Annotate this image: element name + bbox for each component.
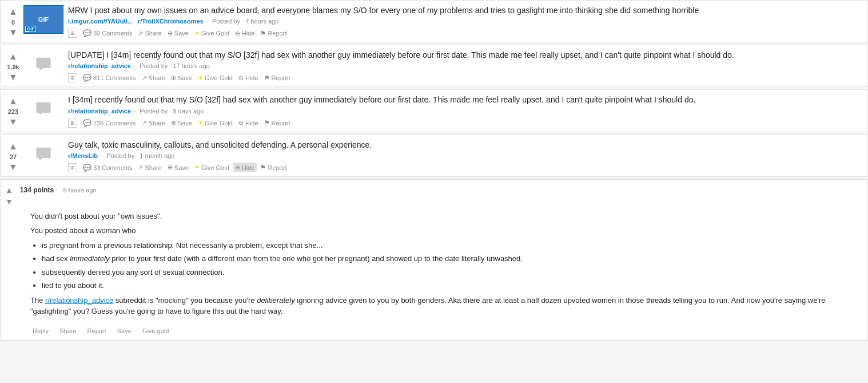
save-button[interactable]: ⊕ Save [165, 29, 191, 38]
comment-downvote-button[interactable]: ▼ [5, 197, 13, 206]
comment-bullet-1: is pregnant from a previous relationship… [42, 240, 861, 251]
posted-by-label: Posted by [140, 108, 168, 114]
post-title[interactable]: MRW I post about my own issues on an adv… [68, 5, 863, 15]
post-actions: ⊞ 💬 30 Comments ↗ Share ⊕ Save ✦ Give Go… [68, 28, 863, 38]
vote-column: 27 [3, 140, 23, 173]
give-gold-button[interactable]: ✦ Give Gold [192, 163, 232, 172]
image-link[interactable]: i.imgur.com/fYAUu0... [68, 18, 133, 25]
expand-button[interactable]: ⊞ [68, 73, 77, 82]
post-actions: ⊞ 💬 236 Comments ↗ Share ⊕ Save ✦ Give G… [68, 118, 863, 128]
comment-section: ▲ ▼ 134 points · 6 hours ago You didn't … [0, 179, 868, 341]
downvote-button[interactable] [7, 27, 19, 38]
post-meta: r/MensLib · Posted by 1 month ago [68, 152, 863, 159]
posted-by-label: Posted by [106, 152, 134, 159]
post-title[interactable]: I [34m] recently found out that my S/O [… [68, 94, 863, 105]
save-label: Save [174, 164, 189, 171]
expand-button[interactable]: ⊞ [68, 163, 77, 172]
action-separator-3: · [111, 327, 113, 334]
give-gold-button[interactable]: ✦ Give Gold [196, 73, 235, 83]
thumbnail-column [23, 94, 63, 128]
save-icon: ⊕ [171, 74, 176, 82]
subreddit-link[interactable]: r/TrollXChromosomes [138, 18, 204, 25]
save-button[interactable]: ⊕ Save [169, 118, 194, 128]
vote-column: 1.9k [3, 50, 23, 83]
hide-button[interactable]: ⊖ Hide [236, 73, 261, 83]
hide-button[interactable]: ⊖ Hide [233, 163, 257, 172]
expand-button[interactable]: ⊞ [68, 119, 77, 128]
comment-reply-button[interactable]: Reply [30, 326, 51, 335]
comment-points: 134 points [20, 186, 54, 194]
closing-before-link: The [30, 296, 45, 305]
upvote-button[interactable] [7, 6, 19, 18]
report-icon: ⚑ [264, 74, 270, 82]
comment-icon: 💬 [83, 164, 91, 172]
gold-icon: ✦ [198, 74, 203, 82]
comments-button[interactable]: 💬 236 Comments [81, 118, 138, 128]
post-title-link[interactable]: Guy talk, toxic masculinity, callouts, a… [68, 140, 372, 149]
comment-upvote-button[interactable]: ▲ [5, 185, 13, 195]
post-title-link[interactable]: [UPDATE] I [34m] recently found out that… [68, 50, 734, 60]
gif-badge: GIF [25, 26, 36, 32]
vote-count: 1.9k [7, 64, 19, 70]
upvote-button[interactable] [7, 141, 19, 152]
give-gold-button[interactable]: ✦ Give Gold [192, 29, 232, 38]
save-button[interactable]: ⊕ Save [165, 163, 191, 172]
downvote-button[interactable] [7, 161, 19, 173]
save-button[interactable]: ⊕ Save [169, 73, 194, 83]
comments-button[interactable]: 💬 30 Comments [81, 28, 134, 38]
expand-button[interactable]: ⊞ [68, 29, 77, 38]
report-label: Report [268, 164, 286, 171]
report-label: Report [272, 120, 290, 127]
downvote-button[interactable] [7, 72, 19, 83]
comments-button[interactable]: 💬 811 Comments [81, 73, 138, 83]
subreddit-link[interactable]: r/MensLib [68, 152, 98, 159]
post-time: 7 hours ago [245, 18, 278, 25]
post-title-link[interactable]: I [34m] recently found out that my S/O [… [68, 95, 695, 104]
post-content: I [34m] recently found out that my S/O [… [68, 94, 863, 128]
report-button[interactable]: ⚑ Report [262, 118, 293, 128]
upvote-button[interactable] [7, 96, 19, 107]
comments-count: 33 [93, 164, 100, 171]
post-title-link[interactable]: MRW I post about my own issues on an adv… [68, 6, 699, 15]
downvote-button[interactable] [7, 116, 19, 128]
post-row: 1.9k [UPDATE] I [34m] recently found out… [0, 45, 868, 87]
share-button[interactable]: ↗ Share [136, 163, 164, 172]
comment-share-button[interactable]: Share [57, 326, 78, 335]
comment-save-button[interactable]: Save [115, 326, 134, 335]
report-button[interactable]: ⚑ Report [262, 73, 293, 83]
post-thumbnail[interactable]: GIF GIF [23, 5, 63, 34]
comment-report-button[interactable]: Report [85, 326, 109, 335]
share-label: Share [149, 120, 165, 127]
subreddit-link[interactable]: r/relationship_advice [68, 108, 131, 114]
comment-give-gold-button[interactable]: Give gold [140, 326, 171, 335]
post-title[interactable]: [UPDATE] I [34m] recently found out that… [68, 50, 863, 60]
comments-label: Comments [102, 164, 132, 171]
comment-icon: 💬 [83, 29, 91, 37]
post-title[interactable]: Guy talk, toxic masculinity, callouts, a… [68, 140, 863, 150]
report-label: Report [272, 74, 290, 81]
subreddit-link[interactable]: r/relationship_advice [68, 62, 131, 69]
thumbnail-column [23, 50, 63, 83]
comment-time: 6 hours ago [63, 187, 97, 194]
share-button[interactable]: ↗ Share [140, 73, 168, 83]
share-button[interactable]: ↗ Share [140, 118, 168, 128]
report-label: Report [268, 30, 286, 37]
comment-bullet-4: lied to you about it. [42, 280, 861, 291]
hide-button[interactable]: ⊖ Hide [236, 118, 261, 128]
thumbnail-column: GIF GIF [23, 5, 63, 38]
comments-button[interactable]: 💬 33 Comments [81, 163, 134, 173]
share-button[interactable]: ↗ Share [136, 29, 164, 38]
share-icon: ↗ [142, 119, 147, 127]
report-button[interactable]: ⚑ Report [258, 29, 289, 38]
hide-button[interactable]: ⊖ Hide [233, 29, 257, 38]
posted-by-label: Posted by [140, 62, 168, 69]
comment-header-meta: 134 points · 6 hours ago [20, 184, 97, 206]
save-label: Save [178, 74, 192, 81]
subreddit-reference-link[interactable]: r/relationship_advice [45, 296, 113, 305]
share-label: Share [145, 30, 161, 37]
give-gold-button[interactable]: ✦ Give Gold [196, 118, 235, 128]
report-button[interactable]: ⚑ Report [258, 163, 289, 172]
comment-bullet-list: is pregnant from a previous relationship… [42, 240, 861, 291]
upvote-button[interactable] [7, 51, 19, 62]
vote-count: 27 [10, 153, 17, 160]
